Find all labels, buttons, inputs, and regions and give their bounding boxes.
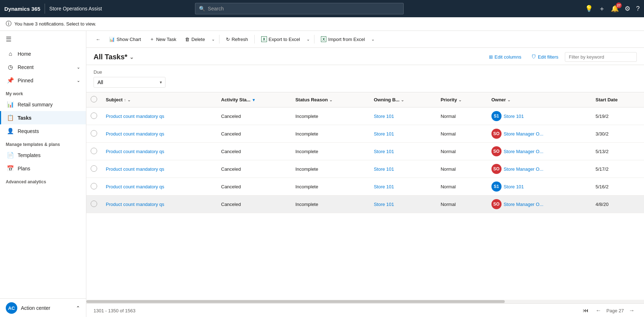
- row-subject[interactable]: Product count mandatory qs: [101, 196, 217, 213]
- first-page-button[interactable]: ⏮: [581, 307, 591, 314]
- excel-import-icon: X: [321, 36, 326, 42]
- tasks-tbody: Product count mandatory qs Canceled Inco…: [86, 107, 644, 213]
- subject-link[interactable]: Product count mandatory qs: [106, 149, 164, 154]
- row-checkbox[interactable]: [91, 201, 97, 207]
- toolbar: ← 📊 Show Chart ＋ New Task 🗑 Delete ⌄ ↻ R…: [86, 31, 644, 48]
- subject-link[interactable]: Product count mandatory qs: [106, 184, 164, 189]
- col-priority-chevron: ⌄: [458, 98, 462, 102]
- export-excel-button[interactable]: X Export to Excel: [258, 34, 304, 44]
- col-owner[interactable]: Owner ⌄: [487, 92, 591, 107]
- sidebar-item-tasks[interactable]: 📋 Tasks: [0, 111, 86, 124]
- row-checkbox[interactable]: [91, 165, 97, 172]
- row-owner: SO Store Manager O...: [487, 125, 591, 143]
- row-checkbox-cell[interactable]: [86, 160, 101, 178]
- prev-page-button[interactable]: ←: [594, 307, 604, 314]
- col-activity-status[interactable]: Activity Sta... ▼: [217, 92, 291, 107]
- row-checkbox[interactable]: [91, 183, 97, 189]
- row-status-reason: Incomplete: [291, 196, 369, 213]
- show-chart-button[interactable]: 📊 Show Chart: [105, 35, 145, 44]
- add-icon[interactable]: ＋: [599, 4, 605, 13]
- select-all-header[interactable]: [86, 92, 101, 107]
- export-dropdown[interactable]: ⌄: [305, 35, 311, 44]
- row-checkbox-cell[interactable]: [86, 196, 101, 213]
- owning-business-link[interactable]: Store 101: [374, 114, 394, 119]
- hamburger-icon[interactable]: ☰: [0, 31, 86, 47]
- col-priority-label: Priority: [441, 97, 457, 102]
- delete-button[interactable]: 🗑 Delete: [181, 35, 209, 44]
- sidebar-item-recent[interactable]: ◷ Recent ⌄: [0, 60, 86, 74]
- sidebar-action-center[interactable]: AC Action center ⌃: [0, 299, 86, 317]
- sidebar-item-pinned[interactable]: 📌 Pinned ⌄: [0, 74, 86, 87]
- select-all-checkbox[interactable]: [91, 96, 97, 102]
- sidebar-item-plans[interactable]: 📅 Plans: [0, 162, 86, 175]
- owner-avatar: SO: [491, 164, 502, 174]
- table-row: Product count mandatory qs Canceled Inco…: [86, 107, 644, 125]
- col-start-date[interactable]: Start Date: [591, 92, 644, 107]
- row-checkbox-cell[interactable]: [86, 143, 101, 160]
- row-priority: Normal: [436, 125, 487, 143]
- sidebar-item-retail-summary[interactable]: 📊 Retail summary: [0, 98, 86, 111]
- row-checkbox[interactable]: [91, 130, 97, 137]
- notification-bell[interactable]: 🔔 27: [611, 5, 619, 13]
- lightbulb-icon[interactable]: 💡: [585, 5, 593, 13]
- col-priority[interactable]: Priority ⌄: [436, 92, 487, 107]
- row-start-date: 5/16/2: [591, 178, 644, 196]
- row-checkbox[interactable]: [91, 112, 97, 119]
- owner-link[interactable]: Store Manager O...: [504, 131, 544, 137]
- row-subject[interactable]: Product count mandatory qs: [101, 125, 217, 143]
- notification-bar[interactable]: ⓘ You have 3 notifications. Select to vi…: [0, 17, 644, 31]
- delete-dropdown[interactable]: ⌄: [210, 35, 216, 44]
- subject-link[interactable]: Product count mandatory qs: [106, 166, 164, 172]
- import-excel-button[interactable]: X Import from Excel: [317, 34, 368, 44]
- search-bar[interactable]: 🔍 Search: [195, 3, 404, 14]
- row-checkbox-cell[interactable]: [86, 107, 101, 125]
- owning-business-link[interactable]: Store 101: [374, 184, 394, 189]
- owning-business-link[interactable]: Store 101: [374, 202, 394, 207]
- owner-link[interactable]: Store Manager O...: [504, 166, 544, 172]
- due-select[interactable]: All Today This week This month Overdue: [94, 77, 165, 88]
- settings-icon[interactable]: ⚙: [625, 5, 630, 13]
- back-button[interactable]: ←: [92, 35, 104, 44]
- row-subject[interactable]: Product count mandatory qs: [101, 143, 217, 160]
- sidebar-item-requests[interactable]: 👤 Requests: [0, 124, 86, 138]
- subject-link[interactable]: Product count mandatory qs: [106, 131, 164, 137]
- owning-business-link[interactable]: Store 101: [374, 131, 394, 137]
- subject-link[interactable]: Product count mandatory qs: [106, 202, 164, 207]
- edit-filters-button[interactable]: ⛉ Edit filters: [528, 52, 562, 62]
- subject-link[interactable]: Product count mandatory qs: [106, 114, 164, 119]
- row-owning-business[interactable]: Store 101: [369, 143, 436, 160]
- row-owning-business[interactable]: Store 101: [369, 125, 436, 143]
- owning-business-link[interactable]: Store 101: [374, 149, 394, 154]
- row-subject[interactable]: Product count mandatory qs: [101, 160, 217, 178]
- sidebar-item-home[interactable]: ⌂ Home: [0, 47, 86, 60]
- owner-avatar: SO: [491, 146, 502, 156]
- help-icon[interactable]: ?: [636, 5, 640, 13]
- owner-link[interactable]: Store 101: [504, 114, 524, 119]
- row-owning-business[interactable]: Store 101: [369, 160, 436, 178]
- owner-link[interactable]: Store Manager O...: [504, 149, 544, 154]
- list-title-chevron[interactable]: ⌄: [130, 54, 134, 60]
- row-checkbox-cell[interactable]: [86, 125, 101, 143]
- keyword-filter-input[interactable]: [565, 52, 637, 62]
- owning-business-link[interactable]: Store 101: [374, 166, 394, 172]
- row-owning-business[interactable]: Store 101: [369, 107, 436, 125]
- col-subject[interactable]: Subject ↑ ⌄: [101, 92, 217, 107]
- next-page-button[interactable]: →: [627, 307, 637, 314]
- col-owning-business[interactable]: Owning B... ⌄: [369, 92, 436, 107]
- edit-columns-button[interactable]: ⊞ Edit columns: [485, 52, 525, 62]
- new-task-button[interactable]: ＋ New Task: [146, 34, 180, 45]
- row-subject[interactable]: Product count mandatory qs: [101, 178, 217, 196]
- owner-link[interactable]: Store Manager O...: [504, 202, 544, 207]
- owner-link[interactable]: Store 101: [504, 184, 524, 189]
- row-checkbox[interactable]: [91, 148, 97, 154]
- row-owning-business[interactable]: Store 101: [369, 178, 436, 196]
- col-status-reason[interactable]: Status Reason ⌄: [291, 92, 369, 107]
- row-subject[interactable]: Product count mandatory qs: [101, 107, 217, 125]
- refresh-button[interactable]: ↻ Refresh: [222, 35, 252, 44]
- analytics-section: Advanced analytics: [0, 175, 86, 186]
- row-checkbox-cell[interactable]: [86, 178, 101, 196]
- row-owning-business[interactable]: Store 101: [369, 196, 436, 213]
- import-dropdown[interactable]: ⌄: [370, 35, 376, 44]
- horizontal-scrollbar[interactable]: [86, 300, 644, 303]
- sidebar-item-templates[interactable]: 📄 Templates: [0, 148, 86, 162]
